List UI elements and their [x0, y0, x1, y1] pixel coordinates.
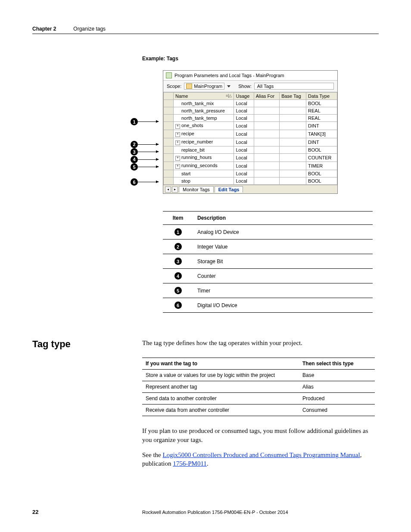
callout: 2	[131, 141, 159, 148]
col-base-tag[interactable]: Base Tag	[280, 93, 306, 100]
cell-name[interactable]: replace_bit	[174, 146, 234, 154]
cell-name[interactable]: +recipe_number	[174, 138, 234, 146]
callout-number: 1	[131, 118, 138, 125]
cell-alias-for	[254, 146, 279, 154]
expand-icon[interactable]: +	[175, 124, 180, 129]
row-handle[interactable]	[164, 146, 174, 154]
grid-row[interactable]: +running_hoursLocalCOUNTER	[164, 154, 337, 162]
desc-item-num: 6	[163, 298, 193, 313]
cell-data-type: BOOL	[306, 170, 337, 177]
publication-line: Rockwell Automation Publication 1756-PM0…	[142, 510, 288, 515]
tab-nav-prev[interactable]: ▸	[172, 187, 178, 193]
cell-usage: Local	[234, 177, 254, 185]
cell-name[interactable]: +running_seconds	[174, 162, 234, 170]
desc-row: 4Counter	[163, 269, 373, 283]
expand-icon[interactable]: +	[175, 164, 180, 169]
cell-data-type: BOOL	[306, 100, 337, 107]
example-label: Example: Tags	[142, 56, 379, 62]
row-handle[interactable]	[164, 130, 174, 138]
row-handle[interactable]	[164, 122, 174, 130]
cell-name[interactable]: +recipe	[174, 130, 234, 138]
cell-name[interactable]: stop	[174, 177, 234, 185]
desc-row: 5Timer	[163, 283, 373, 298]
grid-row[interactable]: +recipeLocalTANK[3]	[164, 130, 337, 138]
row-handle[interactable]	[164, 138, 174, 146]
cell-alias-for	[254, 138, 279, 146]
col-name[interactable]: Name≡|△	[174, 93, 234, 100]
cell-usage: Local	[234, 122, 254, 130]
chevron-down-icon[interactable]	[227, 85, 230, 87]
cell-name[interactable]: +one_shots	[174, 122, 234, 130]
cell-base-tag	[280, 162, 306, 170]
type-row: Send data to another controllerProduced	[142, 393, 375, 404]
row-handle[interactable]	[164, 177, 174, 185]
type-condition: Represent another tag	[142, 381, 299, 393]
row-handle[interactable]	[164, 107, 174, 115]
tab-nav-first[interactable]: ◂	[165, 187, 171, 193]
desc-text: Analog I/O Device	[193, 225, 373, 240]
window-titlebar: Program Parameters and Local Tags - Main…	[163, 71, 337, 81]
cell-base-tag	[280, 138, 306, 146]
scope-dropdown[interactable]: MainProgram	[184, 83, 224, 90]
grid-row[interactable]: replace_bitLocalBOOL	[164, 146, 337, 154]
desc-text: Digital I/O Device	[193, 298, 373, 313]
row-handle[interactable]	[164, 100, 174, 107]
expand-icon[interactable]: +	[175, 140, 180, 145]
cell-usage: Local	[234, 100, 254, 107]
cell-alias-for	[254, 177, 279, 185]
type-value: Base	[299, 370, 375, 381]
grid-row[interactable]: +one_shotsLocalDINT	[164, 122, 337, 130]
grid-row[interactable]: startLocalBOOL	[164, 170, 337, 177]
cell-usage: Local	[234, 138, 254, 146]
cell-name[interactable]: north_tank_temp	[174, 115, 234, 122]
row-handle[interactable]	[164, 115, 174, 122]
cell-name[interactable]: +running_hours	[174, 154, 234, 162]
link-produced-consumed-manual[interactable]: Logix5000 Controllers Produced and Consu…	[162, 451, 360, 458]
show-filter-input[interactable]: All Tags	[254, 83, 334, 90]
expand-icon[interactable]: +	[175, 132, 180, 137]
col-data-type[interactable]: Data Type	[306, 93, 337, 100]
grid-row[interactable]: north_tank_mixLocalBOOL	[164, 100, 337, 107]
col-alias-for[interactable]: Alias For	[254, 93, 279, 100]
desc-row: 6Digital I/O Device	[163, 298, 373, 313]
grid-row[interactable]: north_tank_pressureLocalREAL	[164, 107, 337, 115]
callout-number: 4	[131, 156, 138, 163]
cell-name[interactable]: north_tank_pressure	[174, 107, 234, 115]
cell-base-tag	[280, 154, 306, 162]
type-value: Alias	[299, 381, 375, 393]
item-description-table: Item Description 1Analog I/O Device2Inte…	[163, 211, 373, 313]
tab-monitor[interactable]: Monitor Tags	[179, 186, 214, 193]
cell-alias-for	[254, 154, 279, 162]
window-toolbar: Scope: MainProgram Show: All Tags	[163, 81, 337, 92]
section-heading-tag-type: Tag type	[32, 339, 142, 350]
row-handle[interactable]	[164, 154, 174, 162]
grid-row[interactable]: north_tank_tempLocalREAL	[164, 115, 337, 122]
cell-name[interactable]: north_tank_mix	[174, 100, 234, 107]
cell-usage: Local	[234, 130, 254, 138]
row-handle[interactable]	[164, 162, 174, 170]
cell-base-tag	[280, 122, 306, 130]
cell-name[interactable]: start	[174, 170, 234, 177]
type-condition: Receive data from another controller	[142, 404, 299, 416]
grid-header-row: Name≡|△ Usage Alias For Base Tag Data Ty…	[164, 93, 337, 100]
desc-row: 3Storage Bit	[163, 254, 373, 269]
cell-data-type: REAL	[306, 107, 337, 115]
grid-row[interactable]: +recipe_numberLocalDINT	[164, 138, 337, 146]
chapter-section-title: Organize tags	[73, 26, 106, 32]
grid-row[interactable]: +running_secondsLocalTIMER	[164, 162, 337, 170]
expand-icon[interactable]: +	[175, 156, 180, 161]
callout-arrow	[138, 159, 159, 160]
col-usage[interactable]: Usage	[234, 93, 254, 100]
grid-row[interactable]: stopLocalBOOL	[164, 177, 337, 185]
desc-item-num: 3	[163, 254, 193, 269]
desc-text: Storage Bit	[193, 254, 373, 269]
row-handle[interactable]	[164, 170, 174, 177]
type-value: Produced	[299, 393, 375, 404]
type-table-head-1: If you want the tag to	[142, 358, 299, 370]
cell-alias-for	[254, 130, 279, 138]
tab-edit[interactable]: Edit Tags	[215, 186, 243, 193]
page-number: 22	[32, 509, 142, 515]
desc-item-num: 4	[163, 269, 193, 283]
link-publication-number[interactable]: 1756-PM011	[173, 460, 207, 467]
callout-number: 2	[131, 141, 138, 148]
